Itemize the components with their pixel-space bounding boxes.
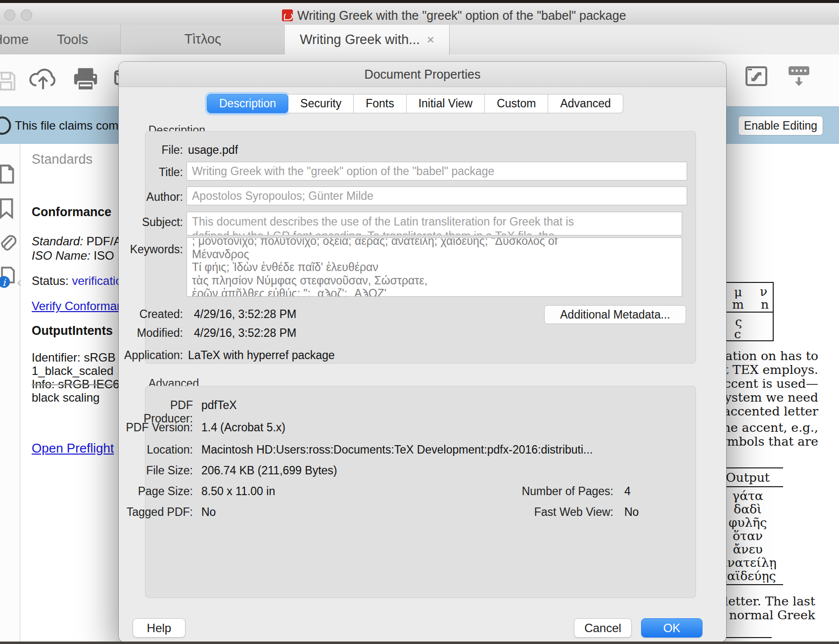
table-cell: n xyxy=(761,297,769,312)
table-cell: m xyxy=(732,297,744,312)
identifier-line: Identifier: sRGB I xyxy=(32,351,122,364)
tab-document-titlos[interactable]: Τὶτλος xyxy=(120,25,285,54)
tab-tools[interactable]: Tools xyxy=(57,25,88,54)
tab-custom[interactable]: Custom xyxy=(485,94,548,113)
title-field[interactable]: Writing Greek with the "greek" option of… xyxy=(186,162,687,181)
tagged-pdf-value: No xyxy=(201,506,216,519)
tab-fonts[interactable]: Fonts xyxy=(354,94,407,113)
window-title-area: Writing Greek with the "greek" option of… xyxy=(282,8,626,23)
active-tab-label: Writing Greek with... xyxy=(300,32,420,47)
file-size-label: File Size: xyxy=(119,464,193,477)
close-tab-icon[interactable]: × xyxy=(427,25,434,55)
application-value: LaTeX with hyperref package xyxy=(188,349,335,362)
keywords-line: Μένανδρος xyxy=(187,248,682,261)
keywords-line: τὰς πλησίον Νύμφας στεφανοῦσαν, Σώστρατε… xyxy=(187,274,682,287)
hide-toolbar-icon[interactable] xyxy=(786,63,812,90)
panel-collapse-chevron-icon[interactable]: ‹ xyxy=(17,274,22,290)
status-row: Status: verification xyxy=(32,274,129,287)
dialog-tab-strip: Description Security Fonts Initial View … xyxy=(207,94,623,112)
tab-document-active[interactable]: Writing Greek with...× xyxy=(285,25,450,55)
print-icon[interactable] xyxy=(71,66,100,93)
location-value: Macintosh HD:Users:ross:Documents:TeX De… xyxy=(201,443,593,457)
table-cell: ν xyxy=(760,284,767,299)
ok-button[interactable]: OK xyxy=(641,618,702,638)
keywords-label: Keywords: xyxy=(119,243,183,256)
pdf-version-value: 1.4 (Acrobat 5.x) xyxy=(201,421,285,434)
page-size-value: 8.50 x 11.00 in xyxy=(201,485,275,498)
dialog-title: Document Properties xyxy=(119,67,726,82)
application-label: Application: xyxy=(119,349,183,362)
author-field[interactable]: Apostolos Syropoulos; Günter Milde xyxy=(186,186,687,205)
table-cell: c xyxy=(734,327,741,341)
close-window-button[interactable] xyxy=(4,9,15,21)
subject-line-clipped: defined by the LGR font encoding. To tra… xyxy=(187,229,682,235)
modified-value: 4/29/16, 3:52:28 PM xyxy=(194,326,296,340)
info-circle-icon xyxy=(0,116,12,136)
file-size-value: 206.74 KB (211,699 Bytes) xyxy=(201,464,337,477)
file-value: usage.pdf xyxy=(188,143,238,157)
cloud-upload-icon[interactable] xyxy=(28,65,58,94)
pdf-text-line: l system we need xyxy=(710,391,818,404)
fast-web-view-value: No xyxy=(624,506,639,519)
author-label: Author: xyxy=(119,190,183,204)
number-of-pages-value: 4 xyxy=(624,485,631,498)
save-icon[interactable] xyxy=(0,68,19,94)
window-titlebar: Writing Greek with the "greek" option of… xyxy=(0,3,839,25)
screen: Writing Greek with the "greek" option of… xyxy=(0,0,839,644)
tab-home[interactable]: Home xyxy=(0,25,29,54)
keywords-line: ; μονοτονιχο; πολυτονιχο; οξεια; αερας; … xyxy=(187,237,682,248)
window-title: Writing Greek with the "greek" option of… xyxy=(297,8,626,23)
tab-security[interactable]: Security xyxy=(288,94,354,113)
fast-web-view-label: Fast Web View: xyxy=(465,506,613,519)
screen-bottom-edge xyxy=(0,642,839,644)
outputintents-heading: OutputIntents xyxy=(32,324,113,337)
conformance-heading: Conformance xyxy=(32,205,111,219)
title-label: Title: xyxy=(119,166,183,179)
pdf-producer-value: pdfTeX xyxy=(201,399,237,412)
identifier-line: black scaling xyxy=(32,391,99,404)
keywords-line: Τί φήις; Ἰδὼν ἐνθέδε παῖδ' ἐλευθέραν xyxy=(187,261,682,274)
file-label: File: xyxy=(119,143,183,157)
iso-name-row: ISO Name: ISO 1 xyxy=(32,249,124,262)
standards-panel-title: Standards xyxy=(32,152,93,167)
subject-label: Subject: xyxy=(119,216,183,229)
additional-metadata-button[interactable]: Additional Metadata... xyxy=(544,305,686,324)
minimize-window-button[interactable] xyxy=(21,9,32,21)
resize-window-icon[interactable] xyxy=(745,64,768,88)
bookmarks-icon[interactable] xyxy=(0,197,17,219)
enable-editing-button[interactable]: Enable Editing xyxy=(738,116,823,136)
pdf-text-line: letter. The last xyxy=(724,594,815,608)
keywords-line: ἐρῶν ἀπῆλθες εὐθύς; "; ͵αϡϙζ'; ͵ΑϡϘΖ' xyxy=(187,287,682,297)
open-preflight-link[interactable]: Open Preflight xyxy=(32,441,114,456)
subject-line: This document describes the use of the L… xyxy=(187,212,682,229)
pdf-text-line: at TEX employs. xyxy=(716,363,818,376)
tab-advanced[interactable]: Advanced xyxy=(548,94,623,113)
subject-field[interactable]: This document describes the use of the L… xyxy=(186,212,682,235)
page-thumbnails-icon[interactable] xyxy=(0,163,18,185)
created-value: 4/29/16, 3:52:28 PM xyxy=(194,308,296,321)
pdf-text-line: n accented letter xyxy=(711,405,818,418)
tab-description[interactable]: Description xyxy=(207,94,288,113)
pdf-version-label: PDF Version: xyxy=(119,421,193,434)
attachments-paperclip-icon[interactable] xyxy=(0,232,17,253)
standard-row: Standard: PDF/A xyxy=(32,234,121,248)
help-button[interactable]: Help xyxy=(133,618,186,638)
pdf-text-line: the accent, e.g., xyxy=(718,421,818,434)
location-label: Location: xyxy=(119,443,193,457)
document-properties-dialog: Document Properties Description Security… xyxy=(119,62,726,642)
created-label: Created: xyxy=(119,308,183,321)
keywords-field[interactable]: ; μονοτονιχο; πολυτονιχο; οξεια; αερας; … xyxy=(186,237,682,297)
number-of-pages-label: Number of Pages: xyxy=(465,485,613,498)
left-icon-strip: i xyxy=(0,144,20,644)
identifier-line: 1_black_scaled xyxy=(32,364,113,377)
cancel-button[interactable]: Cancel xyxy=(574,618,632,638)
modified-label: Modified: xyxy=(119,326,183,340)
tagged-pdf-label: Tagged PDF: xyxy=(119,506,193,519)
tab-initial-view[interactable]: Initial View xyxy=(407,94,485,113)
tab-bar-empty-area xyxy=(449,25,839,55)
page-size-label: Page Size: xyxy=(119,485,193,498)
pdf-file-icon xyxy=(282,9,293,21)
standards-panel-icon[interactable]: i xyxy=(0,266,19,289)
dialog-titlebar[interactable]: Document Properties xyxy=(119,62,726,87)
pdf-text-line: symbols that are xyxy=(714,435,818,448)
